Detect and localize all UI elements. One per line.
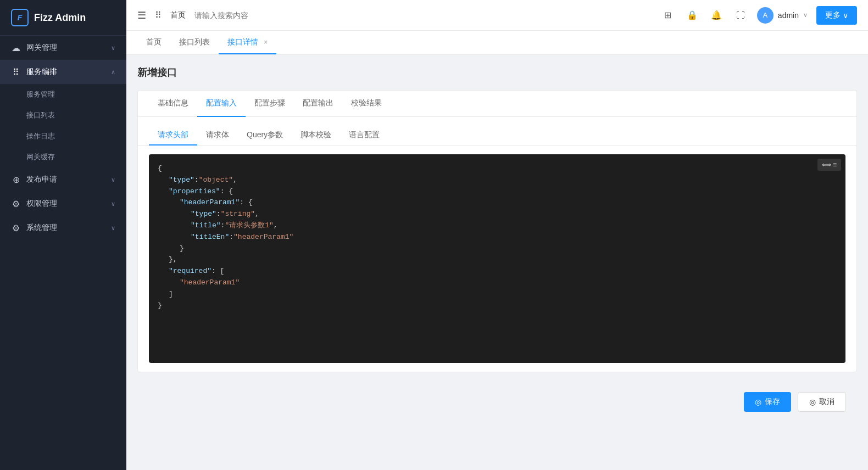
tab-validate[interactable]: 校验结果 bbox=[342, 91, 391, 117]
sidebar-item-label: 服务编排 bbox=[26, 67, 57, 77]
sidebar-item-service-manage[interactable]: 服务管理 bbox=[0, 84, 126, 105]
main-card: 基础信息 配置输入 配置步骤 配置输出 校验结果 请求头部 bbox=[137, 90, 857, 372]
sidebar-item-label: 网关管理 bbox=[26, 43, 57, 53]
user-dropdown-icon: ∨ bbox=[803, 12, 808, 19]
logo-text: Fizz Admin bbox=[34, 12, 86, 24]
tab-config-steps[interactable]: 配置步骤 bbox=[246, 91, 294, 117]
save-button[interactable]: ◎ 保存 bbox=[744, 392, 791, 412]
sidebar-item-label: 系统管理 bbox=[26, 223, 57, 233]
sidebar-item-service-compose[interactable]: ⠿ 服务编排 ∧ bbox=[0, 60, 126, 84]
cancel-button[interactable]: ◎ 取消 bbox=[798, 392, 846, 412]
sidebar-item-label: 发布申请 bbox=[26, 175, 57, 184]
sidebar-item-gateway-cache[interactable]: 网关缓存 bbox=[0, 147, 126, 167]
config-tabs: 基础信息 配置输入 配置步骤 配置输出 校验结果 bbox=[138, 91, 856, 117]
code-toolbar-button[interactable]: ⟺ ≡ bbox=[817, 159, 841, 171]
grid-icon: ⠿ bbox=[11, 67, 21, 77]
close-tab-icon[interactable]: × bbox=[264, 38, 268, 46]
chevron-up-icon: ∧ bbox=[111, 69, 115, 76]
grid-apps-icon[interactable]: ⠿ bbox=[155, 10, 162, 20]
publish-icon: ⊕ bbox=[11, 175, 21, 184]
sidebar: F Fizz Admin ☁ 网关管理 ∨ ⠿ 服务编排 ∧ 服务管理 接口列表… bbox=[0, 0, 126, 470]
lock-icon[interactable]: 🔒 bbox=[685, 8, 700, 23]
breadcrumb-bar: 首页 接口列表 接口详情 × bbox=[126, 31, 868, 55]
sidebar-item-label: 权限管理 bbox=[26, 199, 57, 209]
tab-config-input[interactable]: 配置输入 bbox=[197, 91, 246, 117]
sub-tab-script-validate[interactable]: 脚本校验 bbox=[292, 126, 340, 146]
home-link[interactable]: 首页 bbox=[170, 10, 186, 20]
content-area: 新增接口 基础信息 配置输入 配置步骤 配置输出 校验结果 bbox=[126, 55, 868, 470]
sub-tab-query-params[interactable]: Query参数 bbox=[238, 126, 292, 146]
sidebar-item-publish[interactable]: ⊕ 发布申请 ∨ bbox=[0, 167, 126, 192]
system-icon: ⚙ bbox=[11, 223, 21, 233]
sidebar-item-auth[interactable]: ⚙ 权限管理 ∨ bbox=[0, 192, 126, 216]
user-menu[interactable]: A admin ∨ bbox=[757, 7, 808, 24]
user-name: admin bbox=[778, 11, 799, 20]
chevron-down-icon: ∨ bbox=[111, 200, 115, 208]
cancel-icon: ◎ bbox=[809, 398, 816, 406]
sub-tab-request-header[interactable]: 请求头部 bbox=[149, 126, 197, 146]
sidebar-item-op-log[interactable]: 操作日志 bbox=[0, 126, 126, 147]
breadcrumb-tab-home[interactable]: 首页 bbox=[137, 31, 170, 54]
more-arrow-icon: ∨ bbox=[843, 11, 848, 20]
more-button[interactable]: 更多 ∨ bbox=[816, 6, 857, 25]
sub-tab-lang-config[interactable]: 语言配置 bbox=[340, 126, 388, 146]
tab-basic[interactable]: 基础信息 bbox=[149, 91, 197, 117]
sidebar-logo: F Fizz Admin bbox=[0, 0, 126, 36]
main-area: ☰ ⠿ 首页 ⊞ 🔒 🔔 ⛶ A admin ∨ 更多 ∨ 首页 bbox=[126, 0, 868, 470]
tab-config-output[interactable]: 配置输出 bbox=[294, 91, 342, 117]
chevron-down-icon: ∨ bbox=[111, 44, 115, 52]
fullscreen-icon[interactable]: ⛶ bbox=[733, 8, 748, 23]
code-editor-container: ⟺ ≡ { "type": "object", "properties": { … bbox=[149, 154, 845, 363]
search-input[interactable] bbox=[194, 11, 359, 20]
topbar: ☰ ⠿ 首页 ⊞ 🔒 🔔 ⛶ A admin ∨ 更多 ∨ bbox=[126, 0, 868, 31]
chevron-down-icon: ∨ bbox=[111, 225, 115, 232]
cloud-icon: ☁ bbox=[11, 43, 21, 53]
code-editor[interactable]: ⟺ ≡ { "type": "object", "properties": { … bbox=[149, 154, 845, 363]
breadcrumb-tab-api-list[interactable]: 接口列表 bbox=[170, 31, 219, 54]
breadcrumb-tabs: 首页 接口列表 接口详情 × bbox=[137, 31, 276, 54]
avatar: A bbox=[757, 7, 774, 24]
sidebar-item-system[interactable]: ⚙ 系统管理 ∨ bbox=[0, 216, 126, 240]
auth-icon: ⚙ bbox=[11, 199, 21, 209]
menu-toggle-icon[interactable]: ☰ bbox=[137, 9, 146, 21]
page-title: 新增接口 bbox=[137, 66, 857, 79]
sub-tabs: 请求头部 请求体 Query参数 脚本校验 语言配置 bbox=[138, 117, 856, 146]
footer-actions: ◎ 保存 ◎ 取消 bbox=[137, 383, 857, 421]
monitor-icon[interactable]: ⊞ bbox=[660, 8, 676, 23]
code-content: { "type": "object", "properties": { "hea… bbox=[158, 163, 837, 311]
logo-icon: F bbox=[11, 9, 29, 26]
chevron-down-icon: ∨ bbox=[111, 176, 115, 183]
sidebar-item-api-list[interactable]: 接口列表 bbox=[0, 105, 126, 126]
save-icon: ◎ bbox=[755, 398, 761, 406]
sub-tab-request-body[interactable]: 请求体 bbox=[197, 126, 238, 146]
bell-icon[interactable]: 🔔 bbox=[709, 8, 724, 23]
sidebar-item-gateway[interactable]: ☁ 网关管理 ∨ bbox=[0, 36, 126, 60]
breadcrumb-tab-api-detail[interactable]: 接口详情 × bbox=[219, 31, 276, 54]
